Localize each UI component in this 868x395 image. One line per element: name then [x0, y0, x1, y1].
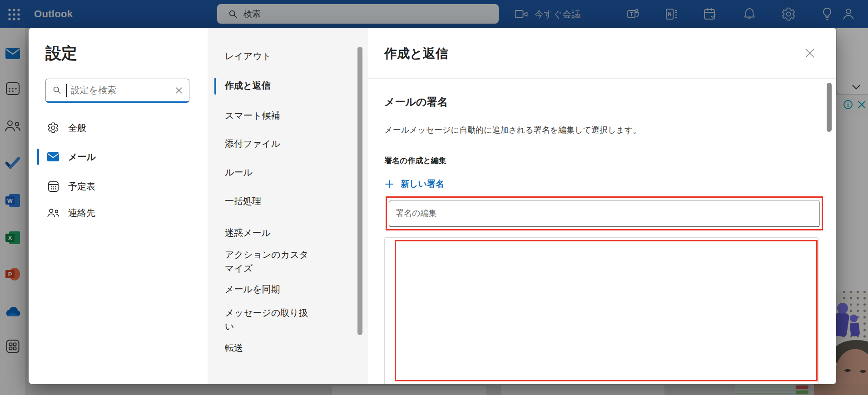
category-label: メール — [68, 151, 96, 163]
text-caret — [66, 84, 67, 97]
content-scrollbar[interactable] — [827, 83, 832, 132]
section-item-layout[interactable]: レイアウト — [225, 49, 312, 63]
section-item-message-handling[interactable]: メッセージの取り扱い — [225, 306, 312, 333]
close-icon — [804, 47, 816, 59]
signature-name-input[interactable] — [389, 200, 820, 227]
settings-category-contacts[interactable]: 連絡先 — [29, 203, 208, 223]
settings-search-box[interactable] — [45, 79, 189, 103]
settings-title: 設定 — [45, 43, 77, 64]
clear-search-button[interactable] — [174, 86, 184, 95]
section-item-attachments[interactable]: 添付ファイル — [225, 137, 312, 150]
section-item-junk-email[interactable]: 迷惑メール — [225, 226, 312, 240]
settings-dialog: 設定 全般 — [29, 28, 836, 384]
selected-section-indicator — [214, 78, 216, 95]
category-label: 予定表 — [68, 180, 95, 193]
panel-title: 作成と返信 — [384, 45, 448, 62]
close-settings-button[interactable] — [803, 46, 817, 60]
sections-scrollbar[interactable] — [357, 47, 362, 335]
signature-edit-subheading: 署名の作成と編集 — [384, 155, 446, 166]
plus-icon — [384, 179, 394, 189]
outlook-screen: Outlook 検索 今すぐ会議 — [0, 0, 868, 395]
category-label: 全般 — [68, 122, 86, 134]
category-label: 連絡先 — [68, 207, 95, 219]
section-item-rules[interactable]: ルール — [225, 165, 312, 179]
gear-icon — [47, 121, 60, 134]
email-signature-heading: メールの署名 — [384, 95, 448, 109]
section-item-customize-actions[interactable]: アクションのカスタマイズ — [225, 248, 312, 275]
annotation-box-signature-editor[interactable] — [395, 240, 818, 381]
new-signature-button[interactable]: 新しい署名 — [384, 178, 444, 190]
section-item-sync-email[interactable]: メールを同期 — [225, 282, 312, 296]
search-icon — [52, 85, 62, 95]
settings-category-general[interactable]: 全般 — [29, 118, 208, 138]
email-signature-description: メールメッセージに自動的に追加される署名を編集して選択します。 — [384, 125, 641, 135]
mail-icon — [47, 150, 60, 163]
calendar-icon — [47, 180, 60, 193]
people-icon — [47, 206, 60, 219]
section-item-compose-reply[interactable]: 作成と返信 — [225, 79, 312, 92]
section-item-sweep[interactable]: 一括処理 — [225, 194, 312, 208]
new-signature-label: 新しい署名 — [401, 178, 444, 190]
close-icon — [174, 86, 184, 95]
settings-category-calendar[interactable]: 予定表 — [29, 176, 208, 196]
section-item-forwarding[interactable]: 転送 — [225, 341, 312, 355]
header-divider — [368, 78, 836, 79]
section-item-smart-suggestions[interactable]: スマート候補 — [225, 109, 312, 122]
settings-search-input[interactable] — [71, 85, 171, 95]
settings-category-mail[interactable]: メール — [29, 147, 208, 167]
